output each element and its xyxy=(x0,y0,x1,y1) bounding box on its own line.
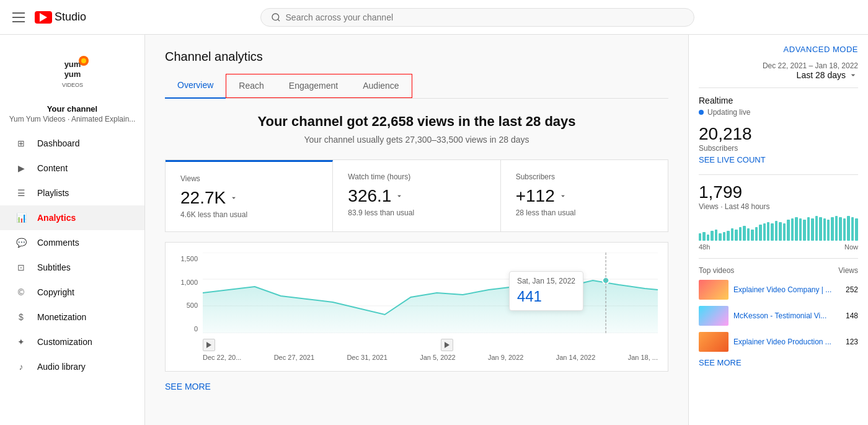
chart-canvas-wrap: Sat, Jan 15, 2022 441 xyxy=(203,253,658,335)
sidebar-label-monetization: Monetization xyxy=(37,312,86,322)
mini-bar-18 xyxy=(771,223,773,241)
right-see-more-button[interactable]: SEE MORE xyxy=(699,358,858,367)
mini-bar-39 xyxy=(855,218,857,241)
monetization-icon: $ xyxy=(15,311,27,323)
sidebar-item-audio_library[interactable]: ♪Audio library xyxy=(0,354,144,379)
video-title-2[interactable]: Explainer Video Production ... xyxy=(733,338,841,346)
tab-engagement[interactable]: Engagement xyxy=(277,74,350,98)
sidebar-item-dashboard[interactable]: ⊞Dashboard xyxy=(0,131,144,156)
x-label-5: Jan 14, 2022 xyxy=(556,354,596,361)
y-label-500: 500 xyxy=(187,302,198,309)
video-thumb-2 xyxy=(699,332,728,352)
live-dot xyxy=(699,110,704,115)
sidebar-item-content[interactable]: ▶Content xyxy=(0,156,144,181)
video-views-0: 252 xyxy=(846,285,858,294)
sidebar-label-analytics: Analytics xyxy=(37,213,76,223)
x-label-0: Dec 22, 20... xyxy=(203,354,241,361)
views-down-icon xyxy=(229,194,238,202)
tab-reach[interactable]: Reach xyxy=(226,74,276,98)
chart-with-yaxis: 1,500 1,000 500 0 xyxy=(175,253,658,335)
realtime-label: Realtime xyxy=(699,96,858,105)
customization-icon: ✦ xyxy=(15,336,27,348)
audio_library-icon: ♪ xyxy=(15,360,27,373)
divider-1 xyxy=(699,87,858,88)
y-label-1000: 1,000 xyxy=(180,279,198,286)
tab-audience[interactable]: Audience xyxy=(350,74,411,98)
comments-icon: 💬 xyxy=(15,236,27,249)
svg-text:yum: yum xyxy=(64,60,81,69)
mini-bar-3 xyxy=(711,231,713,241)
mini-bar-8 xyxy=(731,228,733,241)
sidebar-label-customization: Customization xyxy=(37,337,92,347)
topbar: Studio xyxy=(0,0,868,35)
sidebar-item-subtitles[interactable]: ⊡Subtitles xyxy=(0,255,144,280)
sidebar-label-content: Content xyxy=(37,163,68,173)
mini-bar-20 xyxy=(779,222,781,241)
date-selector: Dec 22, 2021 – Jan 18, 2022 Last 28 days xyxy=(699,61,858,80)
tabs-row: Overview Reach Engagement Audience xyxy=(165,74,668,99)
search-input[interactable] xyxy=(286,12,684,22)
mini-bar-21 xyxy=(783,223,786,241)
sidebar-item-copyright[interactable]: ©Copyright xyxy=(0,280,144,305)
see-more-link[interactable]: SEE MORE xyxy=(165,382,668,391)
play-btn-1[interactable] xyxy=(203,339,215,351)
video-item-2: Explainer Video Production ...123 xyxy=(699,332,858,352)
sidebar-label-copyright: Copyright xyxy=(37,287,74,297)
metric-watchtime-label: Watch time (hours) xyxy=(348,172,485,181)
tooltip-value: 441 xyxy=(517,288,575,305)
subscribers-down-icon xyxy=(559,192,567,200)
video-title-0[interactable]: Explainer Video Company | ... xyxy=(733,285,841,294)
sidebar-item-playlists[interactable]: ☰Playlists xyxy=(0,181,144,205)
svg-text:VIDEOS: VIDEOS xyxy=(61,82,82,88)
mini-bar-24 xyxy=(795,217,797,241)
sidebar-item-analytics[interactable]: 📊Analytics xyxy=(0,205,144,230)
mini-bar-31 xyxy=(823,218,826,241)
advanced-mode-button[interactable]: ADVANCED MODE xyxy=(699,45,858,54)
metric-subscribers[interactable]: Subscribers +112 28 less than usual xyxy=(501,160,668,231)
video-thumb-0 xyxy=(699,280,728,300)
metric-views[interactable]: Views 22.7K 4.6K less than usual xyxy=(166,160,333,231)
play-buttons-row xyxy=(203,339,658,351)
video-views-2: 123 xyxy=(846,338,858,346)
mini-bar-11 xyxy=(743,226,745,241)
tab-overview[interactable]: Overview xyxy=(165,74,226,99)
search-bar[interactable] xyxy=(260,8,694,27)
mini-chart-right: Now xyxy=(844,243,858,251)
top-videos-header: Top videos Views xyxy=(699,266,858,275)
right-panel: ADVANCED MODE Dec 22, 2021 – Jan 18, 202… xyxy=(688,35,868,425)
sidebar-item-comments[interactable]: 💬Comments xyxy=(0,230,144,255)
copyright-icon: © xyxy=(15,286,27,298)
metric-views-value: 22.7K xyxy=(180,188,317,208)
play-btn-2[interactable] xyxy=(441,339,453,351)
mini-bar-22 xyxy=(787,220,789,241)
video-item-0: Explainer Video Company | ...252 xyxy=(699,280,858,300)
mini-bar-29 xyxy=(815,216,818,241)
date-range-value[interactable]: Last 28 days xyxy=(699,70,858,80)
hamburger-menu[interactable] xyxy=(10,10,27,25)
see-live-button[interactable]: SEE LIVE COUNT xyxy=(699,155,858,164)
sidebar-item-monetization[interactable]: $Monetization xyxy=(0,305,144,329)
channel-sub: Yum Yum Videos · Animated Explain... xyxy=(5,115,140,123)
analytics-content: Channel analytics Overview Reach Engagem… xyxy=(145,35,688,425)
channel-name: Your channel xyxy=(5,104,140,114)
headline-text: Your channel got 22,658 views in the las… xyxy=(165,114,668,130)
top-videos-list: Explainer Video Company | ...252McKesson… xyxy=(699,280,858,352)
date-dropdown-icon xyxy=(848,70,858,80)
date-range-text: Dec 22, 2021 – Jan 18, 2022 xyxy=(699,61,858,70)
mini-bar-1 xyxy=(702,232,705,241)
mini-chart-left: 48h xyxy=(699,243,710,251)
mini-bar-16 xyxy=(763,223,766,241)
top-views-label: Views xyxy=(838,266,858,275)
mini-bar-25 xyxy=(799,218,802,241)
content-icon: ▶ xyxy=(15,162,27,174)
metric-watchtime[interactable]: Watch time (hours) 326.1 83.9 less than … xyxy=(333,160,500,231)
live-label: Updating live xyxy=(707,108,750,117)
sidebar-item-customization[interactable]: ✦Customization xyxy=(0,329,144,354)
video-views-1: 148 xyxy=(846,311,858,320)
chart-area: 1,500 1,000 500 0 xyxy=(165,242,668,372)
subtitles-icon: ⊡ xyxy=(15,261,27,274)
headline: Your channel got 22,658 views in the las… xyxy=(165,114,668,130)
mini-bar-15 xyxy=(759,225,761,241)
video-title-1[interactable]: McKesson - Testimonial Vi... xyxy=(733,311,841,320)
views-label: Views · Last 48 hours xyxy=(699,202,858,211)
